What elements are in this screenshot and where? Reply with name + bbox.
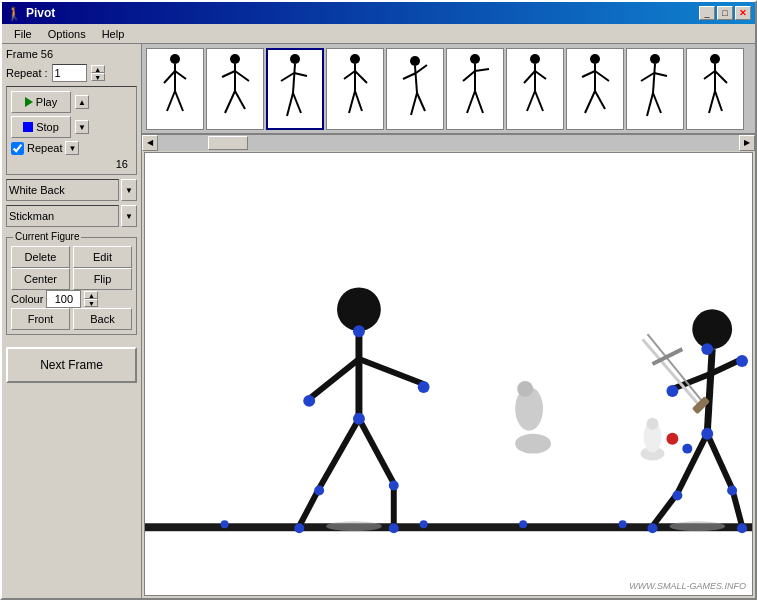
scroll-track[interactable] bbox=[158, 135, 739, 151]
svg-line-8 bbox=[222, 71, 235, 77]
stop-button[interactable]: Stop bbox=[11, 116, 71, 138]
repeat-spinner: ▲ ▼ bbox=[91, 65, 105, 81]
film-frame-6[interactable] bbox=[446, 48, 504, 130]
menu-options[interactable]: Options bbox=[40, 26, 94, 42]
frame-count: 16 bbox=[11, 158, 132, 170]
canvas-area[interactable]: WWW.SMALL-GAMES.INFO bbox=[144, 152, 753, 596]
film-frame-7[interactable] bbox=[506, 48, 564, 130]
title-bar: 🚶 Pivot _ □ ✕ bbox=[2, 2, 755, 24]
center-button[interactable]: Center bbox=[11, 268, 70, 290]
repeat-label: Repeat : bbox=[6, 67, 48, 79]
film-frame-8[interactable] bbox=[566, 48, 624, 130]
colour-up-button[interactable]: ▲ bbox=[84, 291, 98, 299]
film-frame-5[interactable] bbox=[386, 48, 444, 130]
film-frame-1[interactable] bbox=[146, 48, 204, 130]
svg-line-5 bbox=[175, 91, 183, 111]
svg-line-59 bbox=[715, 91, 722, 111]
svg-point-78 bbox=[314, 485, 324, 495]
menu-file[interactable]: File bbox=[6, 26, 40, 42]
menu-help[interactable]: Help bbox=[94, 26, 133, 42]
repeat-down-button[interactable]: ▼ bbox=[91, 73, 105, 81]
stop-icon bbox=[23, 122, 33, 132]
play-icon bbox=[25, 97, 33, 107]
stickman-dropdown[interactable]: Stickman bbox=[6, 205, 119, 227]
svg-line-90 bbox=[707, 434, 732, 489]
svg-line-58 bbox=[709, 91, 715, 113]
white-back-dropdown[interactable]: White Back bbox=[6, 179, 119, 201]
svg-line-71 bbox=[319, 419, 359, 489]
svg-rect-60 bbox=[145, 523, 752, 531]
colour-spinner: ▲ ▼ bbox=[84, 291, 98, 307]
svg-line-92 bbox=[677, 434, 707, 494]
svg-point-77 bbox=[353, 413, 365, 425]
svg-point-48 bbox=[650, 54, 660, 64]
close-button[interactable]: ✕ bbox=[735, 6, 751, 20]
edit-button[interactable]: Edit bbox=[73, 246, 132, 268]
white-back-row: White Back ▼ bbox=[6, 179, 137, 201]
back-button-fig[interactable]: Back bbox=[73, 308, 132, 330]
play-label: Play bbox=[36, 96, 57, 108]
film-frame-2[interactable] bbox=[206, 48, 264, 130]
next-frame-button[interactable]: Next Frame bbox=[6, 347, 137, 383]
colour-row: Colour ▲ ▼ bbox=[11, 290, 132, 308]
svg-point-24 bbox=[410, 56, 420, 66]
svg-point-0 bbox=[170, 54, 180, 64]
svg-point-99 bbox=[672, 490, 682, 500]
delete-button[interactable]: Delete bbox=[11, 246, 70, 268]
stickman-arrow[interactable]: ▼ bbox=[121, 205, 137, 227]
svg-point-95 bbox=[736, 355, 748, 367]
svg-line-22 bbox=[349, 91, 355, 113]
repeat-input[interactable] bbox=[52, 64, 87, 82]
svg-point-70 bbox=[418, 381, 430, 393]
svg-line-56 bbox=[704, 71, 715, 79]
svg-point-81 bbox=[389, 523, 399, 533]
main-content: Frame 56 Repeat : ▲ ▼ Play ▲ bbox=[2, 44, 755, 598]
frame-info: Frame 56 bbox=[6, 48, 137, 60]
repeat-checkbox[interactable] bbox=[11, 142, 24, 155]
play-button[interactable]: Play bbox=[11, 91, 71, 113]
svg-line-17 bbox=[293, 93, 301, 113]
svg-line-25 bbox=[415, 66, 417, 93]
svg-line-47 bbox=[595, 91, 605, 109]
stop-scroll-down[interactable]: ▼ bbox=[75, 120, 89, 134]
repeat-scroll-down[interactable]: ▼ bbox=[65, 141, 79, 155]
scroll-thumb[interactable] bbox=[208, 136, 248, 150]
scroll-left-button[interactable]: ◀ bbox=[142, 135, 158, 151]
play-scroll-up[interactable]: ▲ bbox=[75, 95, 89, 109]
minimize-button[interactable]: _ bbox=[699, 6, 715, 20]
svg-line-52 bbox=[647, 93, 653, 116]
current-figure-label: Current Figure bbox=[13, 231, 81, 242]
film-frame-10[interactable] bbox=[686, 48, 744, 130]
svg-line-15 bbox=[294, 73, 307, 76]
svg-point-30 bbox=[470, 54, 480, 64]
window-title: Pivot bbox=[26, 6, 55, 20]
svg-point-98 bbox=[727, 485, 737, 495]
svg-point-64 bbox=[619, 520, 627, 528]
front-button[interactable]: Front bbox=[11, 308, 70, 330]
repeat-up-button[interactable]: ▲ bbox=[91, 65, 105, 73]
film-frame-9[interactable] bbox=[626, 48, 684, 130]
white-back-arrow[interactable]: ▼ bbox=[121, 179, 137, 201]
svg-line-14 bbox=[281, 73, 294, 81]
colour-down-button[interactable]: ▼ bbox=[84, 299, 98, 307]
film-frame-4[interactable] bbox=[326, 48, 384, 130]
film-frame-3[interactable] bbox=[266, 48, 324, 130]
svg-point-65 bbox=[326, 521, 382, 531]
filmstrip bbox=[142, 44, 755, 134]
svg-line-27 bbox=[403, 73, 416, 79]
frame-label: Frame 56 bbox=[6, 48, 53, 60]
svg-point-63 bbox=[519, 520, 527, 528]
center-flip-row: Center Flip bbox=[11, 268, 132, 290]
svg-line-40 bbox=[527, 91, 535, 111]
svg-point-36 bbox=[530, 54, 540, 64]
colour-input[interactable] bbox=[46, 290, 81, 308]
svg-line-21 bbox=[355, 71, 367, 83]
svg-line-29 bbox=[417, 93, 425, 111]
svg-line-68 bbox=[309, 359, 359, 399]
maximize-button[interactable]: □ bbox=[717, 6, 733, 20]
flip-button[interactable]: Flip bbox=[73, 268, 132, 290]
svg-line-11 bbox=[235, 91, 245, 109]
svg-line-16 bbox=[287, 93, 293, 116]
scroll-right-button[interactable]: ▶ bbox=[739, 135, 755, 151]
svg-point-100 bbox=[737, 523, 747, 533]
